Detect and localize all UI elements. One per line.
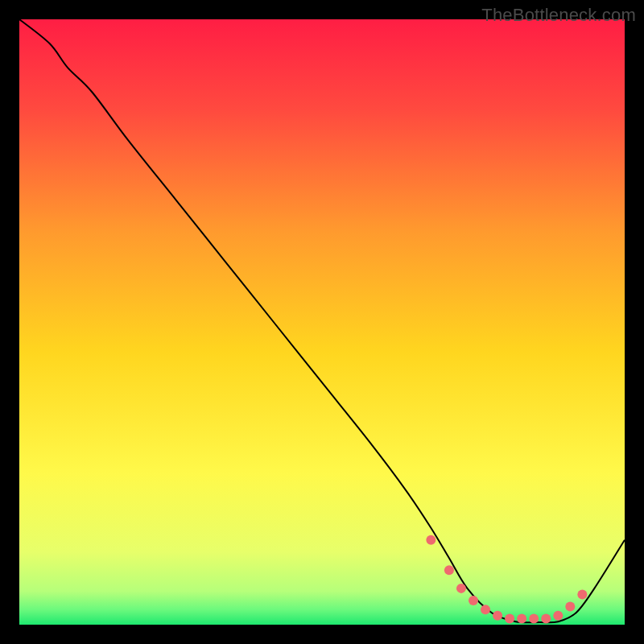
plot-svg — [19, 19, 625, 625]
highlight-dot — [517, 613, 526, 623]
highlight-dot — [481, 605, 490, 614]
highlight-dot — [529, 613, 539, 623]
gradient-background — [19, 19, 625, 625]
chart-frame: TheBottleneck.com — [0, 0, 644, 644]
highlight-dot — [565, 601, 575, 611]
highlight-dot — [553, 611, 563, 621]
highlight-dot — [444, 565, 454, 575]
highlight-dot — [456, 584, 466, 593]
plot-area — [19, 19, 625, 625]
highlight-dot — [493, 611, 502, 621]
highlight-dot — [426, 535, 436, 545]
highlight-dot — [541, 613, 551, 623]
highlight-dot — [505, 613, 514, 623]
highlight-dot — [469, 596, 478, 605]
watermark-label: TheBottleneck.com — [481, 5, 636, 26]
highlight-dot — [577, 589, 587, 599]
